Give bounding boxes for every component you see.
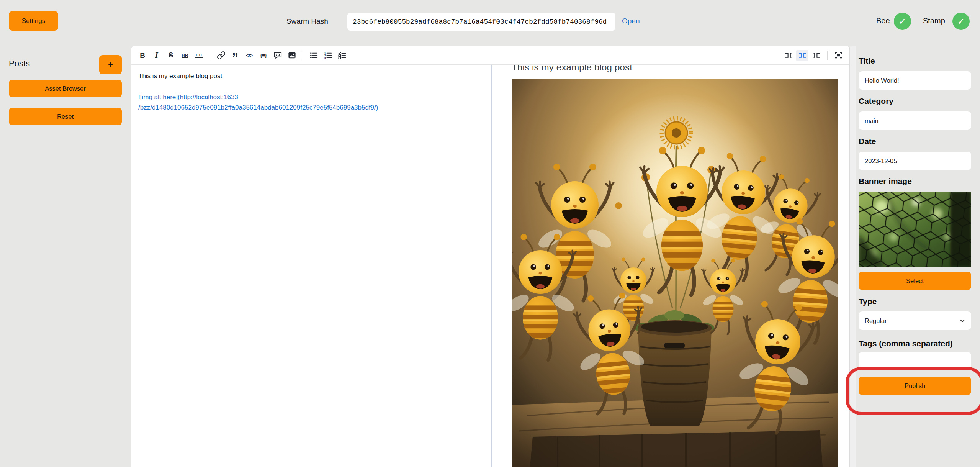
layout-preview-icon[interactable]	[810, 50, 823, 61]
sidebar-left-strip	[850, 46, 856, 467]
etherjot-blog-editor: { "header": { "settings": "Settings", "s…	[0, 0, 980, 467]
editor-paragraph-text: This is my example blog post	[138, 71, 498, 81]
open-link[interactable]: Open	[622, 17, 640, 25]
type-label: Type	[859, 297, 877, 306]
publish-button[interactable]: Publish	[859, 377, 971, 395]
title-icon[interactable]: TITL	[193, 50, 205, 61]
date-input[interactable]	[859, 152, 971, 170]
code-block-icon[interactable]: {≡}	[257, 50, 270, 61]
check-glyph: ✓	[898, 16, 906, 27]
italic-icon[interactable]: I	[151, 50, 163, 61]
toolbar-format-group: BISHRTITL”</>{≡}123	[136, 50, 348, 61]
settings-button[interactable]: Settings	[9, 11, 58, 31]
add-post-button[interactable]: +	[99, 55, 122, 74]
toolbar-divider	[827, 51, 828, 60]
swarm-hash-label: Swarm Hash	[286, 17, 328, 26]
toolbar-divider	[303, 51, 303, 60]
post-preview-image	[512, 79, 838, 467]
editor-container: BISHRTITL”</>{≡}123 This is my example b…	[131, 46, 850, 467]
fullscreen-icon[interactable]	[832, 50, 844, 61]
asset-browser-button[interactable]: Asset Browser	[9, 80, 122, 97]
posts-heading: Posts	[9, 59, 30, 69]
strikethrough-icon[interactable]: S	[165, 50, 177, 61]
layout-editor-icon[interactable]	[782, 50, 794, 61]
date-label: Date	[859, 137, 876, 146]
comment-code-icon[interactable]	[272, 50, 284, 61]
banner-image-label: Banner image	[859, 177, 912, 186]
layout-split-icon[interactable]	[796, 50, 808, 61]
toolbar-layout-group	[782, 50, 844, 61]
banner-select-button[interactable]: Select	[859, 272, 971, 290]
editor-image-markdown-line1: ![img alt here](http://localhost:1633	[138, 92, 498, 102]
editor-image-markdown-line2: /bzz/d1480d10652d975e091b2ffa0a35614abda…	[138, 102, 498, 113]
horizontal-rule-icon[interactable]: HR	[179, 50, 191, 61]
category-label: Category	[859, 97, 893, 106]
preview-content: This is my example blog post	[512, 65, 849, 467]
bullet-list-icon[interactable]	[308, 50, 320, 61]
title-label: Title	[859, 56, 875, 66]
markdown-editor-pane[interactable]: This is my example blog post ![img alt h…	[131, 65, 505, 467]
chevron-down-icon	[960, 318, 965, 323]
tags-label: Tags (comma separated)	[859, 339, 953, 348]
type-select-value: Regular	[865, 317, 887, 324]
stamp-status-label: Stamp	[923, 16, 945, 25]
title-input[interactable]	[859, 71, 971, 90]
reset-button[interactable]: Reset	[9, 108, 122, 125]
tags-input[interactable]	[859, 352, 971, 370]
ordered-list-icon[interactable]: 123	[322, 50, 334, 61]
post-settings-sidebar: Title Category Date Banner image	[850, 46, 980, 467]
preview-heading: This is my example blog post	[512, 65, 849, 73]
editor-image-markdown: ![img alt here](http://localhost:1633 /b…	[138, 92, 498, 113]
link-icon[interactable]	[215, 50, 227, 61]
type-select[interactable]: Regular	[859, 311, 971, 330]
blockquote-icon[interactable]: ”	[229, 50, 241, 61]
bee-status-check-icon: ✓	[894, 13, 911, 30]
bold-icon[interactable]: B	[136, 50, 149, 61]
editor-toolbar: BISHRTITL”</>{≡}123	[131, 46, 849, 65]
inline-code-icon[interactable]: </>	[243, 50, 255, 61]
bee-status-label: Bee	[876, 16, 890, 25]
image-icon[interactable]	[286, 50, 298, 61]
task-list-icon[interactable]	[336, 50, 348, 61]
check-glyph: ✓	[957, 16, 965, 27]
svg-text:3: 3	[324, 57, 326, 60]
swarm-hash-input[interactable]	[347, 13, 615, 31]
banner-image-thumbnail	[859, 192, 971, 267]
toolbar-divider	[210, 51, 210, 60]
category-input[interactable]	[859, 111, 971, 130]
stamp-status-check-icon: ✓	[952, 13, 970, 30]
preview-pane[interactable]: This is my example blog post	[492, 65, 849, 467]
